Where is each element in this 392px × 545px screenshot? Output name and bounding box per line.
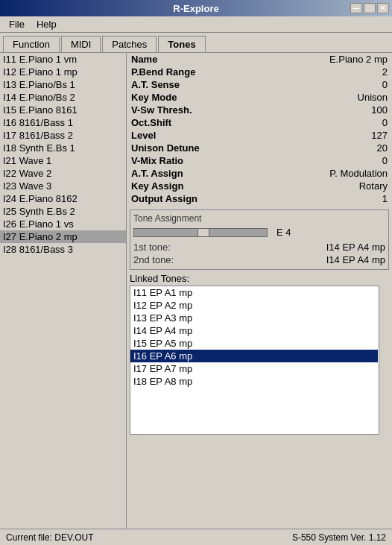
maximize-button[interactable]: □ — [364, 3, 376, 13]
list-item[interactable]: I26 E.Piano 1 vs — [0, 218, 126, 230]
prop-at-sense: A.T. Sense 0 — [127, 78, 392, 91]
list-item[interactable]: I12 E.Piano 1 mp — [0, 66, 126, 78]
linked-list-item[interactable]: I12 EP A2 mp — [130, 299, 378, 312]
prop-at-sense-label: A.T. Sense — [127, 78, 216, 91]
left-panel: I11 E.Piano 1 vmI12 E.Piano 1 mpI13 E.Pi… — [0, 53, 127, 529]
title-bar: R-Explore — □ ✕ — [0, 0, 392, 16]
prop-level: Level 127 — [127, 129, 392, 142]
prop-vmix-value: 0 — [216, 154, 392, 167]
prop-at-assign-label: A.T. Assign — [127, 167, 216, 180]
status-right: S-550 System Ver. 1.12 — [292, 532, 386, 543]
list-item[interactable]: I28 8161/Bass 3 — [0, 243, 126, 256]
right-panel: Name E.Piano 2 mp P.Bend Range 2 A.T. Se… — [127, 53, 392, 529]
slider-container: E 4 — [133, 227, 385, 238]
list-item[interactable]: I23 Wave 3 — [0, 180, 126, 192]
status-bar: Current file: DEV.OUT S-550 System Ver. … — [0, 529, 392, 545]
tone2-value: I14 EP A4 mp — [326, 254, 385, 265]
prop-pbend: P.Bend Range 2 — [127, 66, 392, 78]
prop-vmix-label: V-Mix Ratio — [127, 154, 216, 167]
list-item[interactable]: I27 E.Piano 2 mp — [0, 230, 126, 243]
list-item[interactable]: I16 8161/Bass 1 — [0, 116, 126, 129]
prop-key-assign-label: Key Assign — [127, 180, 216, 192]
linked-list-item[interactable]: I17 EP A7 mp — [130, 362, 378, 375]
tab-function[interactable]: Function — [3, 36, 60, 52]
menu-file[interactable]: File — [3, 17, 31, 31]
prop-output-assign: Output Assign 1 — [127, 192, 392, 205]
close-button[interactable]: ✕ — [377, 3, 389, 13]
tone-assignment-title: Tone Assignment — [133, 213, 385, 224]
tone2-label: 2nd tone: — [133, 254, 174, 265]
prop-key-assign-value: Rotary — [216, 180, 392, 192]
prop-output-assign-value: 1 — [216, 192, 392, 205]
linked-tones-list[interactable]: I11 EP A1 mpI12 EP A2 mpI13 EP A3 mpI14 … — [130, 286, 389, 435]
prop-at-assign: A.T. Assign P. Modulation — [127, 167, 392, 180]
list-item[interactable]: I25 Synth E.Bs 2 — [0, 205, 126, 218]
linked-list-item[interactable]: I16 EP A6 mp — [130, 350, 378, 362]
list-item[interactable]: I18 Synth E.Bs 1 — [0, 142, 126, 154]
linked-tones-title: Linked Tones: — [130, 273, 389, 284]
prop-output-assign-label: Output Assign — [127, 192, 216, 205]
tone-slider[interactable] — [133, 228, 268, 237]
list-item[interactable]: I24 E.Piano 8162 — [0, 192, 126, 205]
linked-list-scrollbar[interactable] — [379, 286, 389, 435]
prop-vsw-label: V-Sw Thresh. — [127, 104, 216, 116]
slider-value: E 4 — [276, 227, 291, 238]
prop-vmix: V-Mix Ratio 0 — [127, 154, 392, 167]
linked-tones-section: Linked Tones: I11 EP A1 mpI12 EP A2 mpI1… — [130, 273, 389, 435]
tone1-value: I14 EP A4 mp — [326, 242, 385, 253]
list-item[interactable]: I14 E.Piano/Bs 2 — [0, 91, 126, 104]
tone1-label: 1st tone: — [133, 242, 171, 253]
window-title: R-Explore — [173, 3, 218, 14]
prop-name: Name E.Piano 2 mp — [127, 53, 392, 66]
tabs-row: Function MIDI Patches Tones — [0, 33, 392, 52]
patch-list: I11 E.Piano 1 vmI12 E.Piano 1 mpI13 E.Pi… — [0, 53, 126, 256]
list-item[interactable]: I21 Wave 1 — [0, 154, 126, 167]
linked-list-item[interactable]: I13 EP A3 mp — [130, 312, 378, 324]
status-left: Current file: DEV.OUT — [6, 532, 94, 543]
tab-tones[interactable]: Tones — [158, 36, 205, 52]
prop-unison-detune-label: Unison Detune — [127, 142, 216, 154]
properties-table: Name E.Piano 2 mp P.Bend Range 2 A.T. Se… — [127, 53, 392, 205]
main-content: I11 E.Piano 1 vmI12 E.Piano 1 mpI13 E.Pi… — [0, 52, 392, 529]
menu-help[interactable]: Help — [31, 17, 63, 31]
list-item[interactable]: I13 E.Piano/Bs 1 — [0, 78, 126, 91]
prop-key-mode: Key Mode Unison — [127, 91, 392, 104]
linked-list-item[interactable]: I15 EP A5 mp — [130, 337, 378, 350]
prop-at-assign-value: P. Modulation — [216, 167, 392, 180]
tone-assignment-section: Tone Assignment E 4 1st tone: I14 EP A4 … — [130, 210, 389, 270]
tone2-row: 2nd tone: I14 EP A4 mp — [133, 253, 385, 266]
prop-key-mode-value: Unison — [216, 91, 392, 104]
linked-list-item[interactable]: I18 EP A8 mp — [130, 375, 378, 388]
tab-midi[interactable]: MIDI — [61, 36, 101, 52]
list-item[interactable]: I22 Wave 2 — [0, 167, 126, 180]
prop-level-label: Level — [127, 129, 216, 142]
prop-at-sense-value: 0 — [216, 78, 392, 91]
list-item[interactable]: I17 8161/Bass 2 — [0, 129, 126, 142]
tab-patches[interactable]: Patches — [102, 36, 157, 52]
prop-pbend-label: P.Bend Range — [127, 66, 216, 78]
prop-unison-detune-value: 20 — [216, 142, 392, 154]
prop-unison-detune: Unison Detune 20 — [127, 142, 392, 154]
prop-key-mode-label: Key Mode — [127, 91, 216, 104]
prop-name-value: E.Piano 2 mp — [216, 53, 392, 66]
linked-list-item[interactable]: I11 EP A1 mp — [130, 286, 378, 299]
menu-bar: File Help — [0, 16, 392, 33]
list-item[interactable]: I11 E.Piano 1 vm — [0, 53, 126, 66]
prop-key-assign: Key Assign Rotary — [127, 180, 392, 192]
prop-level-value: 127 — [216, 129, 392, 142]
prop-name-label: Name — [127, 53, 216, 66]
list-item[interactable]: I15 E.Piano 8161 — [0, 104, 126, 116]
prop-oct-shift-value: 0 — [216, 116, 392, 129]
slider-thumb[interactable] — [197, 228, 209, 237]
prop-vsw: V-Sw Thresh. 100 — [127, 104, 392, 116]
prop-vsw-value: 100 — [216, 104, 392, 116]
prop-oct-shift-label: Oct.Shift — [127, 116, 216, 129]
prop-oct-shift: Oct.Shift 0 — [127, 116, 392, 129]
prop-pbend-value: 2 — [216, 66, 392, 78]
tone1-row: 1st tone: I14 EP A4 mp — [133, 241, 385, 253]
minimize-button[interactable]: — — [350, 3, 362, 13]
linked-list-item[interactable]: I14 EP A4 mp — [130, 324, 378, 337]
